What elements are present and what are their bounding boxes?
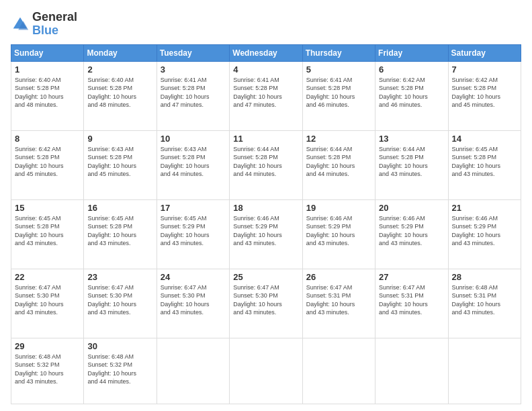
day-number: 3 bbox=[161, 64, 226, 75]
day-info: Sunrise: 6:45 AM Sunset: 5:28 PM Dayligh… bbox=[15, 214, 80, 248]
calendar-cell: 5Sunrise: 6:41 AM Sunset: 5:28 PM Daylig… bbox=[302, 61, 375, 130]
day-number: 30 bbox=[87, 341, 152, 351]
calendar-cell bbox=[448, 338, 521, 404]
calendar-cell: 3Sunrise: 6:41 AM Sunset: 5:28 PM Daylig… bbox=[157, 61, 229, 130]
calendar-cell bbox=[230, 338, 302, 404]
calendar-week-2: 8Sunrise: 6:42 AM Sunset: 5:28 PM Daylig… bbox=[11, 130, 521, 199]
calendar-cell: 16Sunrise: 6:45 AM Sunset: 5:28 PM Dayli… bbox=[84, 199, 157, 269]
day-number: 12 bbox=[306, 134, 371, 144]
day-number: 18 bbox=[233, 203, 298, 213]
calendar-cell: 9Sunrise: 6:43 AM Sunset: 5:28 PM Daylig… bbox=[84, 130, 157, 199]
calendar-week-3: 15Sunrise: 6:45 AM Sunset: 5:28 PM Dayli… bbox=[11, 199, 521, 269]
calendar-cell: 1Sunrise: 6:40 AM Sunset: 5:28 PM Daylig… bbox=[11, 61, 84, 130]
calendar-header-thursday: Thursday bbox=[302, 44, 375, 61]
calendar-header-saturday: Saturday bbox=[448, 44, 521, 61]
day-number: 11 bbox=[233, 134, 298, 144]
calendar-cell: 28Sunrise: 6:48 AM Sunset: 5:31 PM Dayli… bbox=[448, 269, 521, 338]
day-info: Sunrise: 6:44 AM Sunset: 5:28 PM Dayligh… bbox=[379, 145, 444, 179]
day-info: Sunrise: 6:47 AM Sunset: 5:31 PM Dayligh… bbox=[379, 283, 444, 317]
calendar-header-tuesday: Tuesday bbox=[157, 44, 229, 61]
day-info: Sunrise: 6:47 AM Sunset: 5:31 PM Dayligh… bbox=[306, 283, 371, 317]
logo-icon bbox=[11, 15, 30, 34]
calendar-cell: 4Sunrise: 6:41 AM Sunset: 5:28 PM Daylig… bbox=[230, 61, 302, 130]
day-info: Sunrise: 6:47 AM Sunset: 5:30 PM Dayligh… bbox=[161, 283, 226, 317]
day-info: Sunrise: 6:46 AM Sunset: 5:29 PM Dayligh… bbox=[379, 214, 444, 248]
day-number: 27 bbox=[379, 272, 444, 282]
day-info: Sunrise: 6:44 AM Sunset: 5:28 PM Dayligh… bbox=[233, 145, 298, 179]
day-number: 28 bbox=[452, 272, 517, 282]
day-info: Sunrise: 6:45 AM Sunset: 5:28 PM Dayligh… bbox=[452, 145, 517, 179]
calendar-cell: 17Sunrise: 6:45 AM Sunset: 5:29 PM Dayli… bbox=[157, 199, 229, 269]
day-number: 17 bbox=[161, 203, 226, 213]
calendar-header-row: SundayMondayTuesdayWednesdayThursdayFrid… bbox=[11, 44, 521, 61]
day-info: Sunrise: 6:44 AM Sunset: 5:28 PM Dayligh… bbox=[306, 145, 371, 179]
day-number: 10 bbox=[161, 134, 226, 144]
day-number: 19 bbox=[306, 203, 371, 213]
day-number: 26 bbox=[306, 272, 371, 282]
calendar-week-1: 1Sunrise: 6:40 AM Sunset: 5:28 PM Daylig… bbox=[11, 61, 521, 130]
calendar-header-wednesday: Wednesday bbox=[230, 44, 302, 61]
day-info: Sunrise: 6:42 AM Sunset: 5:28 PM Dayligh… bbox=[379, 76, 444, 109]
calendar-cell: 27Sunrise: 6:47 AM Sunset: 5:31 PM Dayli… bbox=[375, 269, 448, 338]
logo-text: General Blue bbox=[32, 11, 77, 38]
day-number: 5 bbox=[306, 64, 371, 75]
day-number: 21 bbox=[452, 203, 517, 213]
calendar-cell: 30Sunrise: 6:48 AM Sunset: 5:32 PM Dayli… bbox=[84, 338, 157, 404]
logo: General Blue bbox=[11, 11, 77, 38]
calendar-week-5: 29Sunrise: 6:48 AM Sunset: 5:32 PM Dayli… bbox=[11, 338, 521, 404]
calendar-cell: 11Sunrise: 6:44 AM Sunset: 5:28 PM Dayli… bbox=[230, 130, 302, 199]
day-number: 24 bbox=[161, 272, 226, 282]
calendar-cell: 14Sunrise: 6:45 AM Sunset: 5:28 PM Dayli… bbox=[448, 130, 521, 199]
calendar-cell: 6Sunrise: 6:42 AM Sunset: 5:28 PM Daylig… bbox=[375, 61, 448, 130]
calendar-cell: 24Sunrise: 6:47 AM Sunset: 5:30 PM Dayli… bbox=[157, 269, 229, 338]
calendar-cell: 20Sunrise: 6:46 AM Sunset: 5:29 PM Dayli… bbox=[375, 199, 448, 269]
day-number: 25 bbox=[233, 272, 298, 282]
day-number: 22 bbox=[15, 272, 80, 282]
calendar-cell: 10Sunrise: 6:43 AM Sunset: 5:28 PM Dayli… bbox=[157, 130, 229, 199]
calendar-cell: 22Sunrise: 6:47 AM Sunset: 5:30 PM Dayli… bbox=[11, 269, 84, 338]
day-number: 29 bbox=[15, 341, 80, 351]
calendar-table: SundayMondayTuesdayWednesdayThursdayFrid… bbox=[11, 44, 521, 404]
day-info: Sunrise: 6:47 AM Sunset: 5:30 PM Dayligh… bbox=[15, 283, 80, 317]
calendar-header-sunday: Sunday bbox=[11, 44, 84, 61]
calendar-cell: 25Sunrise: 6:47 AM Sunset: 5:30 PM Dayli… bbox=[230, 269, 302, 338]
day-info: Sunrise: 6:47 AM Sunset: 5:30 PM Dayligh… bbox=[233, 283, 298, 317]
calendar-week-4: 22Sunrise: 6:47 AM Sunset: 5:30 PM Dayli… bbox=[11, 269, 521, 338]
day-number: 7 bbox=[452, 64, 517, 75]
day-info: Sunrise: 6:42 AM Sunset: 5:28 PM Dayligh… bbox=[15, 145, 80, 179]
day-number: 8 bbox=[15, 134, 80, 144]
page: General Blue SundayMondayTuesdayWednesda… bbox=[0, 0, 532, 411]
day-number: 6 bbox=[379, 64, 444, 75]
calendar-cell: 23Sunrise: 6:47 AM Sunset: 5:30 PM Dayli… bbox=[84, 269, 157, 338]
day-number: 2 bbox=[87, 64, 152, 75]
calendar-cell: 7Sunrise: 6:42 AM Sunset: 5:28 PM Daylig… bbox=[448, 61, 521, 130]
calendar-cell bbox=[157, 338, 229, 404]
calendar-header-friday: Friday bbox=[375, 44, 448, 61]
day-info: Sunrise: 6:48 AM Sunset: 5:32 PM Dayligh… bbox=[87, 353, 152, 386]
day-number: 14 bbox=[452, 134, 517, 144]
day-number: 16 bbox=[87, 203, 152, 213]
calendar-cell: 19Sunrise: 6:46 AM Sunset: 5:29 PM Dayli… bbox=[302, 199, 375, 269]
day-info: Sunrise: 6:40 AM Sunset: 5:28 PM Dayligh… bbox=[15, 76, 80, 109]
day-info: Sunrise: 6:43 AM Sunset: 5:28 PM Dayligh… bbox=[161, 145, 226, 179]
calendar-cell: 29Sunrise: 6:48 AM Sunset: 5:32 PM Dayli… bbox=[11, 338, 84, 404]
day-number: 15 bbox=[15, 203, 80, 213]
day-info: Sunrise: 6:43 AM Sunset: 5:28 PM Dayligh… bbox=[87, 145, 152, 179]
day-number: 1 bbox=[15, 64, 80, 75]
calendar-cell: 13Sunrise: 6:44 AM Sunset: 5:28 PM Dayli… bbox=[375, 130, 448, 199]
calendar-cell bbox=[302, 338, 375, 404]
day-info: Sunrise: 6:41 AM Sunset: 5:28 PM Dayligh… bbox=[233, 76, 298, 109]
day-info: Sunrise: 6:48 AM Sunset: 5:32 PM Dayligh… bbox=[15, 353, 80, 386]
day-info: Sunrise: 6:42 AM Sunset: 5:28 PM Dayligh… bbox=[452, 76, 517, 109]
day-number: 9 bbox=[87, 134, 152, 144]
day-number: 13 bbox=[379, 134, 444, 144]
calendar-cell: 26Sunrise: 6:47 AM Sunset: 5:31 PM Dayli… bbox=[302, 269, 375, 338]
day-info: Sunrise: 6:45 AM Sunset: 5:29 PM Dayligh… bbox=[161, 214, 226, 248]
day-info: Sunrise: 6:41 AM Sunset: 5:28 PM Dayligh… bbox=[306, 76, 371, 109]
day-info: Sunrise: 6:40 AM Sunset: 5:28 PM Dayligh… bbox=[87, 76, 152, 109]
day-info: Sunrise: 6:47 AM Sunset: 5:30 PM Dayligh… bbox=[87, 283, 152, 317]
day-info: Sunrise: 6:41 AM Sunset: 5:28 PM Dayligh… bbox=[161, 76, 226, 109]
day-number: 4 bbox=[233, 64, 298, 75]
calendar-cell: 8Sunrise: 6:42 AM Sunset: 5:28 PM Daylig… bbox=[11, 130, 84, 199]
day-number: 23 bbox=[87, 272, 152, 282]
